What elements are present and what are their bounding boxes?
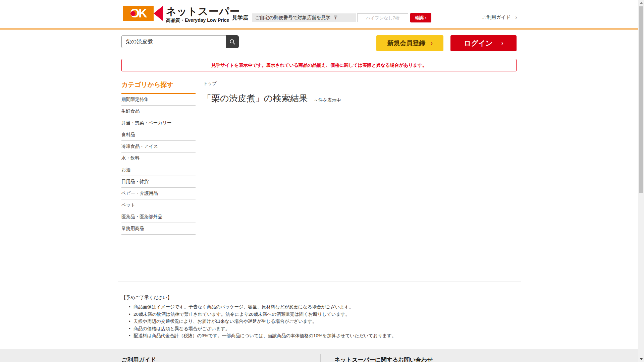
footer-divider <box>320 354 321 362</box>
category-sidebar: カテゴリから探す 期間限定特集 生鮮食品 弁当・惣菜・ベーカリー 食料品 冷凍食… <box>121 80 196 235</box>
register-button[interactable]: 新規会員登録 › <box>376 35 443 51</box>
scrollbar-up-button[interactable] <box>638 0 644 6</box>
usage-guide-link[interactable]: ご利用ガイド › <box>482 14 517 20</box>
search-result-title: 「栗の渋皮煮」の検索結果 <box>203 93 308 104</box>
search-result-header: 「栗の渋皮煮」の検索結果 ～件を表示中 <box>203 93 341 104</box>
logo-text: ネットスーパー 高品質・Everyday Low Price <box>166 6 240 23</box>
scrollbar-thumb[interactable] <box>639 6 643 193</box>
sidebar-item-bento-deli-bakery[interactable]: 弁当・惣菜・ベーカリー <box>121 117 196 129</box>
disclaimer-item: 商品の価格は店頭と異なる場合がございます。 <box>121 325 524 333</box>
disclaimer-item: 配送料は商品代金合計（税抜）の3%です。一部商品については、当該商品の本体価格の… <box>121 332 524 340</box>
chevron-right-icon: › <box>515 14 517 20</box>
postal-code-input[interactable] <box>357 13 408 22</box>
site-title: ネットスーパー <box>166 6 240 17</box>
header: OK ネットスーパー 高品質・Everyday Low Price 見学店 ご自… <box>0 0 638 29</box>
arrow-down-icon <box>640 358 643 361</box>
postal-confirm-button[interactable]: 確認 › <box>410 13 431 22</box>
disclaimer-item: 20歳未満の飲酒は法律で禁止されています。法令により20歳未満への酒類販売は固く… <box>121 311 524 318</box>
content-divider <box>118 282 521 282</box>
disclaimer-list: 商品画像はイメージです。予告なく商品のパッケージ、容量、原材料などが変更になる場… <box>121 303 524 340</box>
postal-prompt-box: ご自宅の郵便番号で対象店舗を見学 〒 <box>252 13 356 22</box>
search-result-count: ～件を表示中 <box>314 97 341 104</box>
sidebar-item-groceries[interactable]: 食料品 <box>121 129 196 141</box>
breadcrumb[interactable]: トップ <box>203 80 217 86</box>
footer-contact-heading[interactable]: ネットスーパーに関するお問い合わせ <box>334 356 433 362</box>
search-input[interactable] <box>121 35 226 48</box>
page: OK ネットスーパー 高品質・Everyday Low Price 見学店 ご自… <box>0 0 644 362</box>
ok-logo-box: OK <box>123 6 154 21</box>
chevron-right-icon: › <box>501 40 503 47</box>
chevron-right-icon: › <box>425 15 426 20</box>
site-tagline: 高品質・Everyday Low Price <box>166 17 240 23</box>
sidebar-item-fresh-food[interactable]: 生鮮食品 <box>121 106 196 117</box>
sidebar-item-limited-time[interactable]: 期間限定特集 <box>121 94 196 106</box>
category-heading: カテゴリから探す <box>121 80 196 89</box>
postal-confirm-label: 確認 <box>415 15 424 21</box>
ok-logo-red-dot-icon <box>130 11 136 16</box>
scrollbar-down-button[interactable] <box>638 356 644 362</box>
disclaimer-item: 天候や周辺の交通状況により、お届けが出来ない場合や遅延が生じる場合がございます。 <box>121 318 524 325</box>
ok-logo[interactable]: OK ネットスーパー 高品質・Everyday Low Price <box>123 6 240 23</box>
sidebar-item-commercial[interactable]: 業務用商品 <box>121 223 196 235</box>
postal-prompt-text: ご自宅の郵便番号で対象店舗を見学 <box>255 15 330 21</box>
footer-guide-heading[interactable]: ご利用ガイド <box>121 356 156 362</box>
sidebar-item-pharmaceuticals[interactable]: 医薬品・医薬部外品 <box>121 211 196 223</box>
arrow-up-icon <box>640 1 643 4</box>
sidebar-item-water-drinks[interactable]: 水・飲料 <box>121 153 196 164</box>
usage-guide-label: ご利用ガイド <box>482 14 511 20</box>
register-label: 新規会員登録 <box>387 39 425 48</box>
postal-mark-icon: 〒 <box>334 15 338 21</box>
login-label: ログイン <box>464 39 493 48</box>
ok-logo-triangle-icon <box>154 6 163 21</box>
disclaimer-heading: 【予めご了承ください】 <box>121 295 524 301</box>
category-list: 期間限定特集 生鮮食品 弁当・惣菜・ベーカリー 食料品 冷凍食品・アイス 水・飲… <box>121 94 196 235</box>
scrollbar[interactable] <box>638 0 644 362</box>
search-icon <box>229 39 236 45</box>
preview-site-notice: 見学サイトを表示中です。表示されている商品の品揃え、価格に関しては実際と異なる場… <box>121 59 517 71</box>
search-button[interactable] <box>226 35 239 48</box>
chevron-right-icon: › <box>431 40 433 47</box>
sidebar-item-pet[interactable]: ペット <box>121 199 196 211</box>
sidebar-item-alcohol[interactable]: お酒 <box>121 164 196 176</box>
sidebar-item-baby-care[interactable]: ベビー・介護用品 <box>121 188 196 199</box>
disclaimer-item: 商品画像はイメージです。予告なく商品のパッケージ、容量、原材料などが変更になる場… <box>121 303 524 311</box>
login-button[interactable]: ログイン › <box>450 35 517 51</box>
disclaimer-notes: 【予めご了承ください】 商品画像はイメージです。予告なく商品のパッケージ、容量、… <box>121 295 524 340</box>
sidebar-item-frozen-ice[interactable]: 冷凍食品・アイス <box>121 141 196 153</box>
store-mode-label: 見学店 <box>232 14 248 21</box>
ok-logo-mark-icon: OK <box>123 6 163 21</box>
sidebar-item-daily-goods[interactable]: 日用品・雑貨 <box>121 176 196 188</box>
footer: ご利用ガイド ネットスーパーに関するお問い合わせ <box>0 349 638 362</box>
product-search <box>121 35 239 48</box>
